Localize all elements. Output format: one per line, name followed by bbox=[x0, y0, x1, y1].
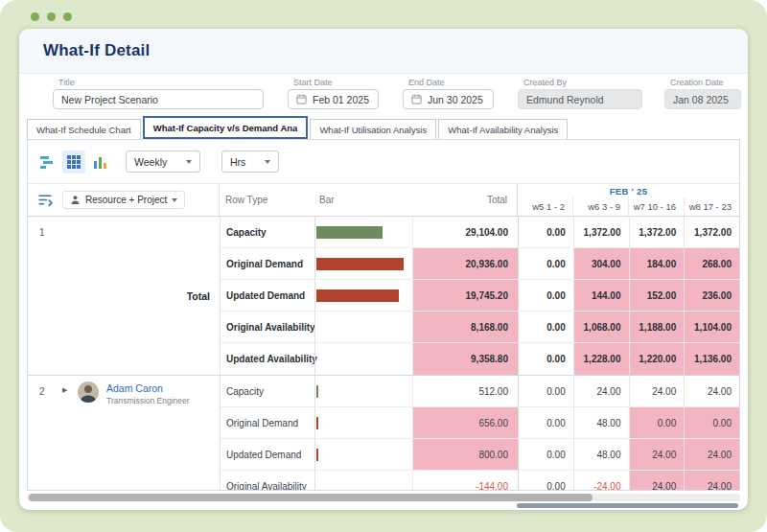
group-left-cell: 2▶Adam CaronTransmission Engineer bbox=[28, 376, 221, 490]
page-title: What-If Detail bbox=[43, 41, 150, 60]
week-cell: 0.00 bbox=[518, 312, 573, 342]
unit-select-value: Hrs bbox=[230, 156, 245, 168]
total-cell: 800.00 bbox=[412, 439, 518, 470]
field-value: New Project Scenario bbox=[61, 94, 158, 105]
grid-row: Original Demand656.000.0048.000.000.00 bbox=[221, 407, 739, 439]
group-rows: Capacity512.000.0024.0024.0024.00Origina… bbox=[221, 376, 739, 490]
calendar-icon bbox=[411, 94, 422, 104]
tab-what-if-availability-analysis[interactable]: What-If Availability Analysis bbox=[438, 119, 568, 139]
week-header-row: w5 1 - 2w6 3 - 9w7 10 - 16w8 17 - 23 bbox=[518, 197, 739, 216]
group-total-label: Total bbox=[187, 290, 210, 302]
row-index: 2 bbox=[39, 386, 45, 397]
field-input-end-date[interactable]: Jun 30 2025 bbox=[403, 89, 494, 109]
grid-row: Original Availability-144.000.00-24.0024… bbox=[221, 471, 739, 490]
row-type-cell: Capacity bbox=[221, 376, 314, 406]
bar-cell bbox=[314, 471, 412, 490]
total-cell: -144.00 bbox=[412, 471, 518, 490]
field-label: Title bbox=[58, 78, 264, 87]
resource-name[interactable]: Adam Caron bbox=[106, 382, 163, 394]
weeks-scrollbar-thumb[interactable] bbox=[517, 503, 738, 508]
grid-header: Resource + Project Row Type Bar Total FE… bbox=[28, 184, 739, 217]
resource-group: 2▶Adam CaronTransmission EngineerCapacit… bbox=[28, 376, 739, 490]
bar-cell bbox=[314, 439, 412, 470]
bar-cell bbox=[314, 312, 412, 342]
week-cell: 0.00 bbox=[518, 217, 573, 247]
bar-chart-icon[interactable] bbox=[89, 150, 112, 173]
week-cell: 268.00 bbox=[684, 248, 739, 279]
grid-body: 1TotalCapacity29,104.000.001,372.001,372… bbox=[28, 217, 739, 490]
period-select[interactable]: Weekly bbox=[126, 150, 200, 173]
grouping-select-value: Resource + Project bbox=[85, 195, 167, 205]
week-cell: 0.00 bbox=[518, 471, 573, 490]
week-cell: 0.00 bbox=[518, 376, 573, 406]
calendar-icon bbox=[296, 94, 307, 104]
column-header-row-type: Row Type bbox=[220, 184, 314, 216]
total-cell: 29,104.00 bbox=[412, 217, 518, 247]
field-creation-date: Creation DateJan 08 2025 bbox=[664, 78, 741, 109]
row-index: 1 bbox=[39, 227, 45, 238]
window-dot-1[interactable] bbox=[31, 12, 39, 21]
chevron-down-icon bbox=[265, 160, 270, 164]
week-cell: 24.00 bbox=[573, 376, 629, 406]
window-dot-3[interactable] bbox=[63, 12, 72, 21]
total-cell: 656.00 bbox=[412, 407, 518, 438]
field-title: TitleNew Project Scenario bbox=[53, 78, 264, 109]
week-cell: 0.00 bbox=[518, 248, 573, 279]
field-label: Creation Date bbox=[670, 78, 741, 87]
week-cell: 1,220.00 bbox=[629, 343, 685, 375]
tab-what-if-schedule-chart[interactable]: What-If Schedule Chart bbox=[27, 119, 141, 139]
expand-caret-icon[interactable]: ▶ bbox=[62, 386, 67, 394]
period-select-value: Weekly bbox=[134, 156, 167, 168]
resource-icon bbox=[70, 195, 81, 205]
week-cell: 24.00 bbox=[629, 376, 685, 406]
week-cell: 184.00 bbox=[629, 248, 685, 279]
expand-rows-icon[interactable] bbox=[37, 192, 54, 208]
grid-row: Original Availability8,168.000.001,068.0… bbox=[221, 312, 739, 343]
week-cell: 24.00 bbox=[629, 439, 685, 470]
grid-row: Updated Demand800.000.0048.0024.0024.00 bbox=[221, 439, 739, 471]
grid-view-icon[interactable] bbox=[62, 150, 85, 173]
tab-what-if-utilisation-analysis[interactable]: What-If Utilisation Analysis bbox=[310, 119, 436, 139]
bar-cell bbox=[314, 280, 412, 311]
week-cell: 24.00 bbox=[684, 471, 739, 490]
chevron-down-icon bbox=[172, 198, 177, 202]
row-type-cell: Original Availability bbox=[221, 312, 314, 342]
week-column-header: w8 17 - 23 bbox=[684, 197, 739, 216]
grid-row: Capacity512.000.0024.0024.0024.00 bbox=[221, 376, 739, 407]
window-controls bbox=[31, 12, 72, 21]
week-column-header: w6 3 - 9 bbox=[572, 197, 628, 216]
grid-header-left: Resource + Project bbox=[28, 184, 220, 216]
field-input-title[interactable]: New Project Scenario bbox=[53, 89, 264, 109]
horizontal-scrollbar-thumb[interactable] bbox=[29, 494, 593, 501]
resource-group: 1TotalCapacity29,104.000.001,372.001,372… bbox=[28, 217, 739, 376]
field-label: End Date bbox=[408, 78, 494, 87]
week-cell: 0.00 bbox=[684, 407, 739, 438]
grid-row: Original Demand20,936.000.00304.00184.00… bbox=[221, 248, 739, 280]
window-dot-2[interactable] bbox=[47, 12, 56, 21]
total-cell: 512.00 bbox=[412, 376, 518, 406]
unit-select[interactable]: Hrs bbox=[221, 150, 279, 173]
week-cell: 1,136.00 bbox=[684, 343, 739, 375]
row-type-cell: Original Demand bbox=[221, 248, 314, 279]
week-cell: 1,228.00 bbox=[573, 343, 629, 375]
field-input-start-date[interactable]: Feb 01 2025 bbox=[288, 89, 379, 109]
group-rows: Capacity29,104.000.001,372.001,372.001,3… bbox=[221, 217, 739, 375]
group-left-cell: 1Total bbox=[28, 217, 221, 375]
week-cell: 236.00 bbox=[684, 280, 739, 311]
gantt-chart-icon[interactable] bbox=[35, 150, 58, 173]
grid-row: Updated Availability9,358.800.001,228.00… bbox=[221, 343, 739, 375]
week-cell: 0.00 bbox=[518, 407, 573, 438]
bar-cell bbox=[314, 376, 412, 406]
grouping-select[interactable]: Resource + Project bbox=[62, 191, 185, 209]
resource-role: Transmission Engineer bbox=[106, 396, 190, 405]
field-created-by: Created ByEdmund Reynold bbox=[518, 78, 642, 109]
week-cell: 0.00 bbox=[629, 407, 685, 438]
week-cell: 24.00 bbox=[684, 439, 739, 470]
tab-what-if-capacity-v-s-demand-ana[interactable]: What-If Capacity v/s Demand Ana bbox=[143, 116, 309, 139]
avatar bbox=[78, 382, 99, 403]
field-input-creation-date: Jan 08 2025 bbox=[664, 89, 741, 109]
field-value: Edmund Reynold bbox=[526, 94, 604, 105]
total-cell: 19,745.20 bbox=[412, 280, 518, 311]
week-cell: -24.00 bbox=[573, 471, 629, 490]
bar-cell bbox=[314, 407, 412, 438]
